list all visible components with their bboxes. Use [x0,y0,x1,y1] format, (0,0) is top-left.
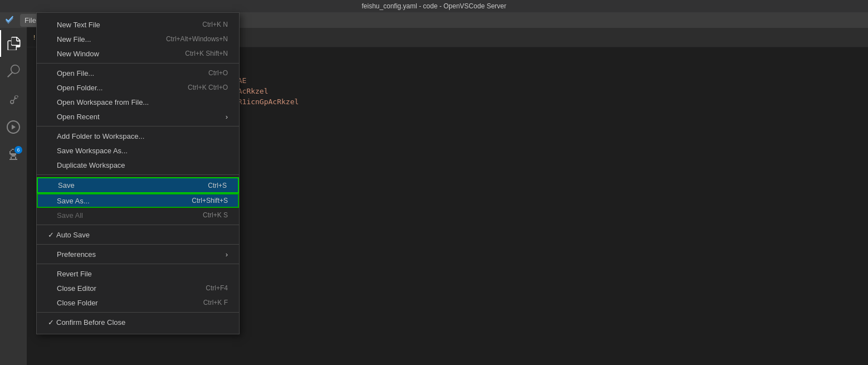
activity-files[interactable] [0,30,27,57]
activity-source-control[interactable] [0,86,27,113]
menu-preferences[interactable]: Preferences › [37,247,239,261]
title-bar: feishu_config.yaml - code - OpenVSCode S… [0,0,868,12]
activity-run-debug[interactable] [0,114,27,140]
menu-add-folder[interactable]: Add Folder to Workspace... [37,129,239,143]
preferences-arrow: › [226,250,228,259]
autosave-checkmark: ✓ [48,231,54,239]
file-dropdown-menu: New Text File Ctrl+K N New File... Ctrl+… [36,12,240,334]
activity-bar: 6 [0,28,27,365]
menu-new-text-file[interactable]: New Text File Ctrl+K N [37,17,239,32]
menu-new-file[interactable]: New File... Ctrl+Alt+Windows+N [37,32,239,46]
menu-save-all[interactable]: Save All Ctrl+K S [37,208,239,222]
menu-duplicate-workspace[interactable]: Duplicate Workspace [37,158,239,172]
main-layout: 6 ! feishu_config.yaml ✕ 1 2 3 4 5 [0,28,868,365]
menu-save[interactable]: Save Ctrl+S [37,177,239,193]
title-bar-text: feishu_config.yaml - code - OpenVSCode S… [362,2,506,10]
menu-open-folder[interactable]: Open Folder... Ctrl+K Ctrl+O [37,80,239,95]
menu-section-close: Revert File Close Editor Ctrl+F4 Close F… [37,264,239,313]
menu-open-recent[interactable]: Open Recent › [37,109,239,124]
menu-section-open: Open File... Ctrl+O Open Folder... Ctrl+… [37,64,239,126]
menu-save-as[interactable]: Save As... Ctrl+Shift+S [37,193,239,208]
vscode-icon [2,12,18,28]
extensions-badge: 6 [14,146,22,154]
menu-confirm-before-close[interactable]: ✓ Confirm Before Close [37,315,239,329]
menu-open-workspace[interactable]: Open Workspace from File... [37,95,239,109]
menu-save-workspace-as[interactable]: Save Workspace As... [37,143,239,158]
menu-close-folder[interactable]: Close Folder Ctrl+K F [37,295,239,310]
activity-search[interactable] [0,58,27,85]
menu-auto-save[interactable]: ✓ Auto Save [37,227,239,242]
menu-close-editor[interactable]: Close Editor Ctrl+F4 [37,281,239,295]
menu-section-preferences: Preferences › [37,245,239,264]
menu-open-file[interactable]: Open File... Ctrl+O [37,66,239,80]
submenu-arrow: › [226,113,228,121]
menu-section-save: Save Ctrl+S Save As... Ctrl+Shift+S Save… [37,175,239,225]
tab-warning-dot: ! [33,34,35,41]
menu-revert-file[interactable]: Revert File [37,266,239,281]
menu-section-autosave: ✓ Auto Save [37,225,239,245]
menu-section-new: New Text File Ctrl+K N New File... Ctrl+… [37,15,239,64]
activity-extensions[interactable]: 6 [0,142,27,168]
confirm-checkmark: ✓ [48,318,54,327]
menu-section-workspace: Add Folder to Workspace... Save Workspac… [37,126,239,175]
menu-section-confirm: ✓ Confirm Before Close [37,313,239,332]
menu-new-window[interactable]: New Window Ctrl+K Shift+N [37,46,239,61]
